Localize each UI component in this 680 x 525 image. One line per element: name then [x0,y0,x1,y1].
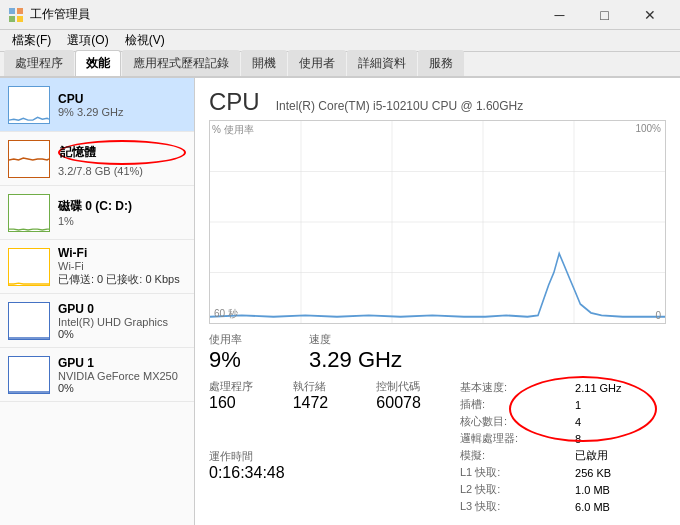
minimize-button[interactable]: ─ [537,0,582,30]
spec-row-base-speed: 基本速度: 2.11 GHz [456,379,666,396]
sidebar-item-gpu0[interactable]: GPU 0 Intel(R) UHD Graphics 0% [0,294,194,348]
uptime-label: 運作時間 [209,449,448,464]
chart-y-label: % 使用率 [212,123,254,137]
wifi-sidebar-title: Wi-Fi [58,246,186,260]
disk-sidebar-sub: 1% [58,215,186,227]
spec-value-logical: 8 [571,430,666,447]
main-content: CPU 9% 3.29 GHz 記憶體 3.2/7.8 GB (41%) [0,78,680,525]
wifi-sidebar-val: 已傳送: 0 已接收: 0 Kbps [58,272,186,287]
cpu-sidebar-sub: 9% 3.29 GHz [58,106,186,118]
chart-x-label: 60 秒 [214,307,238,321]
menu-view[interactable]: 檢視(V) [117,30,173,51]
close-button[interactable]: ✕ [627,0,672,30]
spec-label-logical: 邏輯處理器: [456,430,571,447]
memory-mini-chart [8,140,50,178]
gpu1-sidebar-info: GPU 1 NVIDIA GeForce MX250 0% [58,356,186,394]
spec-value-l2: 1.0 MB [571,481,666,498]
gpu0-sidebar-val: 0% [58,328,186,340]
bottom-left-stats: 處理程序 160 執行緒 1472 控制代碼 60078 運作時間 0:16:3… [209,379,448,515]
spec-label-l2: L2 快取: [456,481,571,498]
usage-label: 使用率 [209,332,289,347]
gpu1-mini-chart [8,356,50,394]
window-title: 工作管理員 [30,6,537,23]
spec-value-slots: 1 [571,396,666,413]
spec-label-cores: 核心數目: [456,413,571,430]
memory-sidebar-sub: 3.2/7.8 GB (41%) [58,165,186,177]
sidebar: CPU 9% 3.29 GHz 記憶體 3.2/7.8 GB (41%) [0,78,195,525]
menu-bar: 檔案(F) 選項(O) 檢視(V) [0,30,680,52]
sidebar-item-disk[interactable]: 磁碟 0 (C: D:) 1% [0,186,194,240]
spec-row-l2: L2 快取: 1.0 MB [456,481,666,498]
handle-stat: 控制代碼 60078 [376,379,448,445]
thread-value: 1472 [293,394,365,412]
tab-performance[interactable]: 效能 [75,50,121,76]
gpu1-sidebar-sub: NVIDIA GeForce MX250 [58,370,186,382]
sidebar-item-memory[interactable]: 記憶體 3.2/7.8 GB (41%) [0,132,194,186]
gpu0-sidebar-sub: Intel(R) UHD Graphics [58,316,186,328]
sidebar-item-cpu[interactable]: CPU 9% 3.29 GHz [0,78,194,132]
sidebar-item-gpu1[interactable]: GPU 1 NVIDIA GeForce MX250 0% [0,348,194,402]
gpu0-sidebar-title: GPU 0 [58,302,186,316]
tab-services[interactable]: 服務 [418,50,464,76]
maximize-button[interactable]: □ [582,0,627,30]
svg-rect-2 [9,16,15,22]
uptime-value: 0:16:34:48 [209,464,448,482]
sidebar-item-wifi[interactable]: Wi-Fi Wi-Fi 已傳送: 0 已接收: 0 Kbps [0,240,194,294]
tab-details[interactable]: 詳細資料 [347,50,417,76]
cpu-sidebar-title: CPU [58,92,186,106]
cpu-chart-svg [210,121,665,323]
spec-value-l3: 6.0 MB [571,498,666,515]
usage-stat: 使用率 9% [209,332,289,373]
spec-row-slots: 插槽: 1 [456,396,666,413]
spec-row-logical: 邏輯處理器: 8 [456,430,666,447]
tab-users[interactable]: 使用者 [288,50,346,76]
app-icon [8,7,24,23]
handle-label: 控制代碼 [376,379,448,394]
process-label: 處理程序 [209,379,281,394]
title-bar: 工作管理員 ─ □ ✕ [0,0,680,30]
tab-bar: 處理程序 效能 應用程式歷程記錄 開機 使用者 詳細資料 服務 [0,52,680,78]
bottom-grid: 處理程序 160 執行緒 1472 控制代碼 60078 運作時間 0:16:3… [209,379,666,515]
svg-rect-0 [9,8,15,14]
disk-mini-chart [8,194,50,232]
spec-row-cores: 核心數目: 4 [456,413,666,430]
chart-y-zero: 0 [655,310,661,321]
disk-sidebar-title: 磁碟 0 (C: D:) [58,198,186,215]
process-stat: 處理程序 160 [209,379,281,445]
window-controls: ─ □ ✕ [537,0,672,30]
wifi-sidebar-sub: Wi-Fi [58,260,186,272]
panel-subtitle: Intel(R) Core(TM) i5-10210U CPU @ 1.60GH… [276,99,524,113]
spec-value-l1: 256 KB [571,464,666,481]
wifi-sidebar-info: Wi-Fi Wi-Fi 已傳送: 0 已接收: 0 Kbps [58,246,186,287]
panel-title: CPU [209,88,260,116]
spec-row-virt: 模擬: 已啟用 [456,447,666,464]
gpu1-sidebar-val: 0% [58,382,186,394]
chart-y-max: 100% [635,123,661,134]
cpu-sidebar-info: CPU 9% 3.29 GHz [58,92,186,118]
memory-sidebar-info: 記憶體 3.2/7.8 GB (41%) [58,140,186,177]
usage-value: 9% [209,347,289,373]
spec-label-l1: L1 快取: [456,464,571,481]
thread-stat: 執行緒 1472 [293,379,365,445]
menu-options[interactable]: 選項(O) [59,30,116,51]
process-value: 160 [209,394,281,412]
specs-section: 基本速度: 2.11 GHz 插槽: 1 核心數目: 4 邏輯處理器: 8 [456,379,666,515]
svg-rect-1 [17,8,23,14]
menu-file[interactable]: 檔案(F) [4,30,59,51]
tab-app-history[interactable]: 應用程式歷程記錄 [122,50,240,76]
panel-header: CPU Intel(R) Core(TM) i5-10210U CPU @ 1.… [209,88,666,116]
speed-value: 3.29 GHz [309,347,402,373]
spec-value-virt: 已啟用 [571,447,666,464]
spec-table: 基本速度: 2.11 GHz 插槽: 1 核心數目: 4 邏輯處理器: 8 [456,379,666,515]
right-panel: CPU Intel(R) Core(TM) i5-10210U CPU @ 1.… [195,78,680,525]
spec-label-l3: L3 快取: [456,498,571,515]
memory-sidebar-title: 記憶體 [58,140,186,165]
cpu-chart-area: % 使用率 100% 0 60 秒 [209,120,666,324]
spec-label-base-speed: 基本速度: [456,379,571,396]
tab-processes[interactable]: 處理程序 [4,50,74,76]
uptime-stat: 運作時間 0:16:34:48 [209,449,448,515]
spec-value-cores: 4 [571,413,666,430]
thread-label: 執行緒 [293,379,365,394]
svg-rect-3 [17,16,23,22]
tab-startup[interactable]: 開機 [241,50,287,76]
